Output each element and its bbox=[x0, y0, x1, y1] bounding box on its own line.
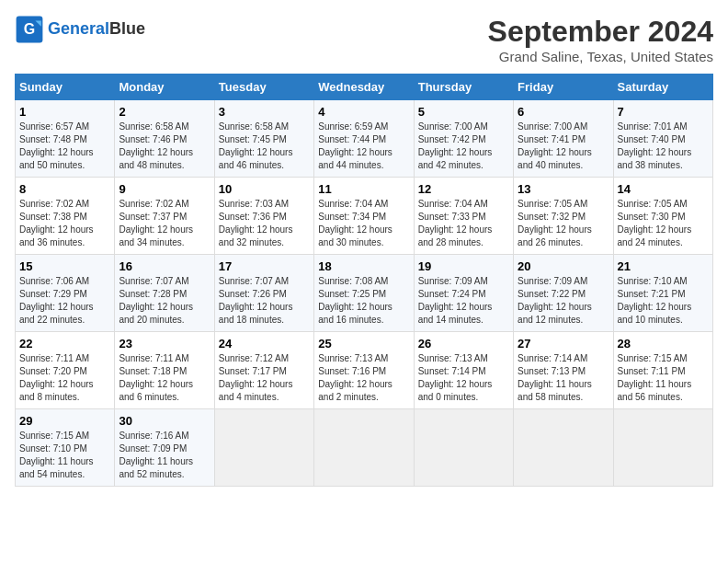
calendar-cell: 27 Sunrise: 7:14 AMSunset: 7:13 PMDaylig… bbox=[514, 332, 613, 409]
calendar-cell: 10 Sunrise: 7:03 AMSunset: 7:36 PMDaylig… bbox=[214, 178, 313, 255]
cell-info: Sunrise: 7:11 AMSunset: 7:18 PMDaylight:… bbox=[119, 353, 193, 402]
day-number: 30 bbox=[119, 414, 210, 428]
cell-info: Sunrise: 7:09 AMSunset: 7:22 PMDaylight:… bbox=[518, 276, 592, 325]
cell-info: Sunrise: 7:11 AMSunset: 7:20 PMDaylight:… bbox=[19, 353, 94, 402]
cell-info: Sunrise: 7:15 AMSunset: 7:10 PMDaylight:… bbox=[19, 431, 94, 479]
cell-info: Sunrise: 7:13 AMSunset: 7:14 PMDaylight:… bbox=[418, 353, 493, 402]
calendar-cell: 9 Sunrise: 7:02 AMSunset: 7:37 PMDayligh… bbox=[115, 178, 214, 255]
day-number: 23 bbox=[119, 337, 210, 350]
day-number: 6 bbox=[518, 105, 609, 119]
cell-info: Sunrise: 7:09 AMSunset: 7:24 PMDaylight:… bbox=[418, 276, 493, 325]
calendar-cell: 20 Sunrise: 7:09 AMSunset: 7:22 PMDaylig… bbox=[514, 255, 613, 332]
day-number: 15 bbox=[19, 259, 110, 273]
cell-info: Sunrise: 7:04 AMSunset: 7:34 PMDaylight:… bbox=[318, 199, 392, 247]
calendar-table: SundayMondayTuesdayWednesdayThursdayFrid… bbox=[15, 74, 713, 487]
day-number: 19 bbox=[418, 259, 509, 273]
day-number: 8 bbox=[19, 182, 110, 196]
day-number: 17 bbox=[219, 259, 310, 273]
cell-info: Sunrise: 7:00 AMSunset: 7:42 PMDaylight:… bbox=[418, 121, 493, 170]
title-block: September 2024 Grand Saline, Texas, Unit… bbox=[488, 15, 713, 64]
day-number: 26 bbox=[418, 337, 509, 350]
day-number: 14 bbox=[618, 182, 709, 196]
calendar-cell: 24 Sunrise: 7:12 AMSunset: 7:17 PMDaylig… bbox=[214, 332, 313, 409]
day-number: 20 bbox=[518, 259, 609, 273]
calendar-cell bbox=[514, 409, 613, 487]
weekday-header: Sunday bbox=[16, 75, 115, 100]
cell-info: Sunrise: 7:05 AMSunset: 7:32 PMDaylight:… bbox=[518, 199, 592, 247]
calendar-cell bbox=[613, 409, 712, 487]
logo: G GeneralBlue bbox=[15, 15, 145, 44]
day-number: 29 bbox=[19, 414, 110, 428]
calendar-cell: 2 Sunrise: 6:58 AMSunset: 7:46 PMDayligh… bbox=[115, 100, 214, 178]
cell-info: Sunrise: 7:02 AMSunset: 7:37 PMDaylight:… bbox=[119, 199, 193, 247]
calendar-week-row: 22 Sunrise: 7:11 AMSunset: 7:20 PMDaylig… bbox=[16, 332, 713, 409]
calendar-cell: 16 Sunrise: 7:07 AMSunset: 7:28 PMDaylig… bbox=[115, 255, 214, 332]
day-number: 10 bbox=[219, 182, 310, 196]
day-number: 13 bbox=[518, 182, 609, 196]
day-number: 28 bbox=[618, 337, 709, 350]
calendar-cell: 1 Sunrise: 6:57 AMSunset: 7:48 PMDayligh… bbox=[16, 100, 115, 178]
location-title: Grand Saline, Texas, United States bbox=[488, 49, 713, 64]
calendar-cell: 30 Sunrise: 7:16 AMSunset: 7:09 PMDaylig… bbox=[115, 409, 214, 487]
day-number: 2 bbox=[119, 105, 210, 119]
calendar-cell: 29 Sunrise: 7:15 AMSunset: 7:10 PMDaylig… bbox=[16, 409, 115, 487]
day-number: 3 bbox=[219, 105, 310, 119]
calendar-cell: 3 Sunrise: 6:58 AMSunset: 7:45 PMDayligh… bbox=[214, 100, 313, 178]
day-number: 1 bbox=[19, 105, 110, 119]
cell-info: Sunrise: 7:02 AMSunset: 7:38 PMDaylight:… bbox=[19, 199, 94, 247]
calendar-cell: 13 Sunrise: 7:05 AMSunset: 7:32 PMDaylig… bbox=[514, 178, 613, 255]
calendar-cell: 17 Sunrise: 7:07 AMSunset: 7:26 PMDaylig… bbox=[214, 255, 313, 332]
cell-info: Sunrise: 7:10 AMSunset: 7:21 PMDaylight:… bbox=[618, 276, 692, 325]
calendar-cell bbox=[314, 409, 414, 487]
cell-info: Sunrise: 7:03 AMSunset: 7:36 PMDaylight:… bbox=[219, 199, 293, 247]
calendar-cell: 8 Sunrise: 7:02 AMSunset: 7:38 PMDayligh… bbox=[16, 178, 115, 255]
calendar-cell: 26 Sunrise: 7:13 AMSunset: 7:14 PMDaylig… bbox=[414, 332, 513, 409]
weekday-header: Friday bbox=[514, 75, 613, 100]
calendar-cell: 22 Sunrise: 7:11 AMSunset: 7:20 PMDaylig… bbox=[16, 332, 115, 409]
day-number: 16 bbox=[119, 259, 210, 273]
day-number: 9 bbox=[119, 182, 210, 196]
cell-info: Sunrise: 7:00 AMSunset: 7:41 PMDaylight:… bbox=[518, 121, 592, 170]
weekday-header: Thursday bbox=[414, 75, 513, 100]
weekday-header: Saturday bbox=[613, 75, 712, 100]
day-number: 5 bbox=[418, 105, 509, 119]
day-number: 4 bbox=[318, 105, 409, 119]
calendar-header-row: SundayMondayTuesdayWednesdayThursdayFrid… bbox=[16, 75, 713, 100]
cell-info: Sunrise: 6:59 AMSunset: 7:44 PMDaylight:… bbox=[318, 121, 392, 170]
cell-info: Sunrise: 7:01 AMSunset: 7:40 PMDaylight:… bbox=[618, 121, 692, 170]
calendar-cell: 19 Sunrise: 7:09 AMSunset: 7:24 PMDaylig… bbox=[414, 255, 513, 332]
calendar-cell: 4 Sunrise: 6:59 AMSunset: 7:44 PMDayligh… bbox=[314, 100, 414, 178]
calendar-cell: 15 Sunrise: 7:06 AMSunset: 7:29 PMDaylig… bbox=[16, 255, 115, 332]
calendar-week-row: 15 Sunrise: 7:06 AMSunset: 7:29 PMDaylig… bbox=[16, 255, 713, 332]
calendar-week-row: 8 Sunrise: 7:02 AMSunset: 7:38 PMDayligh… bbox=[16, 178, 713, 255]
cell-info: Sunrise: 7:15 AMSunset: 7:11 PMDaylight:… bbox=[618, 353, 692, 402]
svg-text:G: G bbox=[24, 21, 35, 37]
cell-info: Sunrise: 7:08 AMSunset: 7:25 PMDaylight:… bbox=[318, 276, 392, 325]
day-number: 11 bbox=[318, 182, 409, 196]
weekday-header: Tuesday bbox=[214, 75, 313, 100]
calendar-cell: 21 Sunrise: 7:10 AMSunset: 7:21 PMDaylig… bbox=[613, 255, 712, 332]
calendar-cell: 5 Sunrise: 7:00 AMSunset: 7:42 PMDayligh… bbox=[414, 100, 513, 178]
calendar-cell: 25 Sunrise: 7:13 AMSunset: 7:16 PMDaylig… bbox=[314, 332, 414, 409]
cell-info: Sunrise: 7:04 AMSunset: 7:33 PMDaylight:… bbox=[418, 199, 493, 247]
calendar-cell: 12 Sunrise: 7:04 AMSunset: 7:33 PMDaylig… bbox=[414, 178, 513, 255]
calendar-week-row: 29 Sunrise: 7:15 AMSunset: 7:10 PMDaylig… bbox=[16, 409, 713, 487]
calendar-cell: 28 Sunrise: 7:15 AMSunset: 7:11 PMDaylig… bbox=[613, 332, 712, 409]
day-number: 25 bbox=[318, 337, 409, 350]
weekday-header: Wednesday bbox=[314, 75, 414, 100]
calendar-cell: 23 Sunrise: 7:11 AMSunset: 7:18 PMDaylig… bbox=[115, 332, 214, 409]
calendar-cell: 18 Sunrise: 7:08 AMSunset: 7:25 PMDaylig… bbox=[314, 255, 414, 332]
day-number: 7 bbox=[618, 105, 709, 119]
logo-text: GeneralBlue bbox=[48, 20, 145, 39]
logo-icon: G bbox=[15, 15, 44, 44]
cell-info: Sunrise: 7:07 AMSunset: 7:26 PMDaylight:… bbox=[219, 276, 293, 325]
calendar-week-row: 1 Sunrise: 6:57 AMSunset: 7:48 PMDayligh… bbox=[16, 100, 713, 178]
cell-info: Sunrise: 6:57 AMSunset: 7:48 PMDaylight:… bbox=[19, 121, 94, 170]
page-header: G GeneralBlue September 2024 Grand Salin… bbox=[15, 15, 713, 64]
day-number: 24 bbox=[219, 337, 310, 350]
cell-info: Sunrise: 7:07 AMSunset: 7:28 PMDaylight:… bbox=[119, 276, 193, 325]
cell-info: Sunrise: 7:13 AMSunset: 7:16 PMDaylight:… bbox=[318, 353, 392, 402]
cell-info: Sunrise: 6:58 AMSunset: 7:45 PMDaylight:… bbox=[219, 121, 293, 170]
calendar-cell: 7 Sunrise: 7:01 AMSunset: 7:40 PMDayligh… bbox=[613, 100, 712, 178]
cell-info: Sunrise: 7:05 AMSunset: 7:30 PMDaylight:… bbox=[618, 199, 692, 247]
